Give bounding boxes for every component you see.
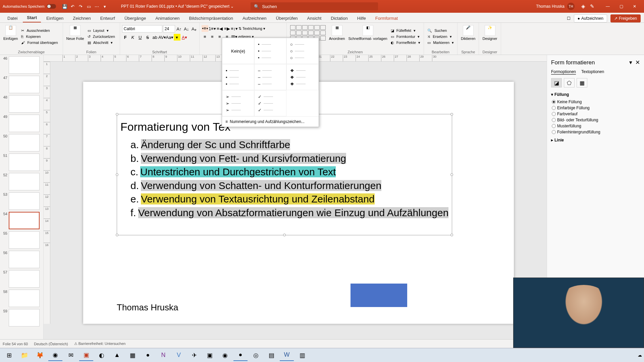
redo-icon[interactable]: ↷	[78, 4, 84, 9]
bullet-circle[interactable]: ○○○	[286, 38, 319, 64]
more-icon[interactable]: ⋯	[94, 4, 100, 9]
slide-thumb-46[interactable]	[9, 56, 40, 74]
slide-thumb-54[interactable]	[9, 212, 40, 229]
app6-icon[interactable]: ●	[233, 350, 248, 361]
tab-hilfe[interactable]: Hilfe	[353, 14, 370, 22]
highlight-button[interactable]: ▾	[174, 34, 180, 41]
tab-ueberpruefen[interactable]: Überprüfen	[272, 14, 302, 22]
arrange-button[interactable]: ▦Anordnen	[328, 24, 346, 49]
tab-animationen[interactable]: Animationen	[151, 14, 183, 22]
italic-button[interactable]: K	[129, 34, 136, 41]
fill-option[interactable]: Keine Füllung	[551, 99, 640, 105]
bullet-arrow[interactable]: ➢➢➢	[222, 90, 254, 116]
font-color-button[interactable]: A▾	[181, 34, 188, 41]
start-button[interactable]: ⊞	[2, 350, 16, 361]
quick-styles-button[interactable]: ◧Schnellformat- vorlagen	[347, 24, 389, 49]
tab-einfuegen[interactable]: Einfügen	[42, 14, 67, 22]
slide-thumb-56[interactable]	[9, 251, 40, 268]
vscode-icon[interactable]: V	[172, 350, 186, 361]
case-button[interactable]: Aa▾	[166, 34, 173, 41]
tab-textoptionen[interactable]: Textoptionen	[581, 69, 604, 75]
tab-dictation[interactable]: Dictation	[327, 14, 352, 22]
app-icon[interactable]: ◐	[95, 350, 109, 361]
chrome-icon[interactable]: ◉	[48, 350, 62, 361]
tab-zeichnen[interactable]: Zeichnen	[69, 14, 95, 22]
section-button[interactable]: ▤ Abschnitt ▾	[86, 40, 114, 45]
app7-icon[interactable]: ◎	[249, 350, 263, 361]
section-fill[interactable]: ▾ Füllung	[551, 92, 640, 97]
pane-close-icon[interactable]: ✕	[635, 59, 640, 66]
copy-button[interactable]: ⎘ Kopieren	[20, 34, 43, 39]
cut-button[interactable]: ✂ Ausschneiden	[20, 28, 52, 33]
undo-icon[interactable]: ↶	[70, 4, 75, 9]
onenote-icon[interactable]: N	[156, 350, 170, 361]
firefox-icon[interactable]: 🦊	[33, 350, 47, 361]
grow-font-icon[interactable]: A↑	[176, 25, 182, 32]
share-button[interactable]: ↗ Freigeben	[610, 14, 641, 22]
fill-option[interactable]: Musterfüllung	[551, 123, 640, 129]
slideshow-icon[interactable]: ▭	[86, 4, 92, 9]
format-painter-button[interactable]: 🖌 Format übertragen	[20, 40, 60, 45]
explorer-icon[interactable]: 📁	[17, 350, 32, 361]
slide-thumb-47[interactable]	[9, 76, 40, 93]
outlook-icon[interactable]: ✉	[64, 350, 78, 361]
list-item[interactable]: f.Verwendung von Absatzformatierungen wi…	[130, 206, 452, 220]
shadow-button[interactable]: ab	[152, 34, 158, 41]
author-text[interactable]: Thomas Hruska	[117, 302, 178, 313]
slide-thumb-55[interactable]	[9, 231, 40, 249]
tab-aufzeichnen[interactable]: Aufzeichnen	[238, 14, 271, 22]
system-tray[interactable]: ☁	[638, 353, 642, 358]
list-item[interactable]: b.Verwendung von Fett- und Kursivformati…	[130, 152, 452, 166]
slide-thumb-51[interactable]	[9, 154, 40, 171]
bullets-more[interactable]: ≡ Nummerierung und Aufzählungszeichen...	[222, 116, 319, 127]
content-textbox[interactable]: Formatierung von Tex a.Änderung der Sc u…	[117, 114, 452, 235]
tab-bildschirm[interactable]: Bildschirmpräsentation	[185, 14, 237, 22]
fill-option[interactable]: Farbverlauf	[551, 111, 640, 117]
close-button[interactable]: ✕	[628, 1, 641, 12]
resize-handle[interactable]	[450, 113, 453, 116]
toggle-icon[interactable]	[47, 4, 56, 9]
search-box[interactable]: 🔍 Suchen	[251, 2, 378, 10]
font-name-select[interactable]: Calibri	[122, 25, 162, 33]
list-item[interactable]: a.Änderung der Sc und Schriftfarbe	[130, 138, 452, 152]
numbering-button[interactable]: 1≡▾	[209, 25, 216, 32]
slide-thumb-50[interactable]	[9, 134, 40, 152]
app9-icon[interactable]: ▥	[295, 350, 309, 361]
shape-outline-button[interactable]: ▭ Formkontur ▾	[389, 34, 421, 39]
pen-icon[interactable]: ✎	[590, 3, 594, 9]
dictate-button[interactable]: 🎤Diktieren	[460, 24, 477, 49]
fill-option[interactable]: Bild- oder Texturfüllung	[551, 117, 640, 123]
app5-icon[interactable]: ◉	[218, 350, 232, 361]
list-item[interactable]: e.Verwendung von Textausrichtung und Zei…	[130, 192, 452, 206]
autosave-toggle[interactable]: Automatisches Speichern	[3, 4, 56, 9]
resize-handle[interactable]	[116, 234, 118, 236]
resize-handle[interactable]	[116, 173, 118, 176]
bullet-check[interactable]: ✓✓✓	[254, 90, 286, 116]
font-size-select[interactable]: 24	[163, 25, 175, 33]
collapse-ribbon-icon[interactable]: ☐	[567, 16, 571, 21]
document-title[interactable]: PPT 01 Roter Faden 001.pptx • Auf "diese…	[121, 4, 234, 9]
fill-line-icon[interactable]: ◪	[551, 78, 562, 87]
slide-thumb-53[interactable]	[9, 192, 40, 210]
reset-button[interactable]: ↺ Zurücksetzen	[86, 34, 118, 39]
minimize-button[interactable]: —	[601, 1, 614, 12]
app3-icon[interactable]: ●	[141, 350, 155, 361]
select-button[interactable]: ▭ Markieren ▾	[426, 40, 455, 45]
paste-button[interactable]: 📋Einfügen	[2, 24, 19, 49]
bullet-square[interactable]: ▪▪▪	[222, 64, 254, 90]
vlc-icon[interactable]: ▲	[110, 350, 124, 361]
tab-entwurf[interactable]: Entwurf	[96, 14, 119, 22]
underline-button[interactable]: U	[137, 34, 144, 41]
new-slide-button[interactable]: ▦Neue Folie	[65, 24, 86, 49]
app2-icon[interactable]: ▦	[125, 350, 140, 361]
pane-options-icon[interactable]: ▾	[629, 59, 632, 66]
bullet-diamond[interactable]: ❖❖❖	[286, 64, 319, 90]
telegram-icon[interactable]: ✈	[187, 350, 201, 361]
record-button[interactable]: ● Aufzeichnen	[574, 14, 607, 22]
spacing-button[interactable]: AV▾	[159, 34, 166, 41]
account-button[interactable]: Thomas Hruska TH	[536, 3, 575, 10]
find-button[interactable]: 🔍 Suchen	[426, 28, 449, 33]
resize-handle[interactable]	[283, 234, 286, 236]
list-item[interactable]: c.Unterstrichen und Durchgestrichen von …	[130, 165, 452, 179]
bullet-disc[interactable]: •••	[254, 38, 286, 64]
